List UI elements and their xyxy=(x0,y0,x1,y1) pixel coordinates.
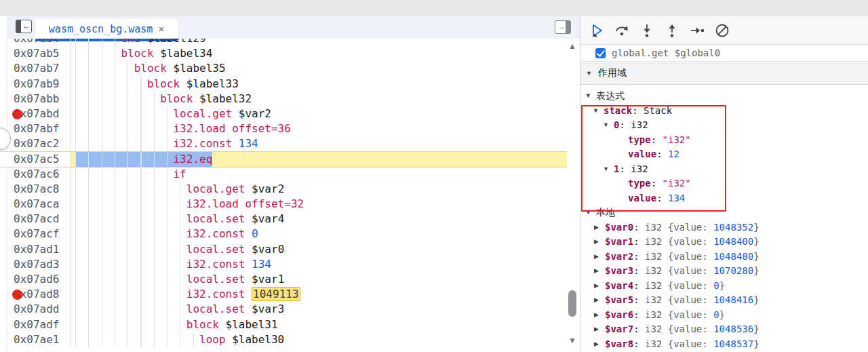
scope-tree-row[interactable]: ▶$var6: i32 {value: 0} xyxy=(580,308,868,323)
breakpoint-marker[interactable] xyxy=(12,109,22,119)
chevron-down-icon[interactable]: ▼ xyxy=(585,89,596,104)
scroll-up-icon[interactable]: ▲ xyxy=(568,41,576,51)
line-address[interactable]: 0x07ab9 xyxy=(0,77,71,92)
scope-tree-row[interactable]: ▶$var8: i32 {value: 1048537} xyxy=(580,337,868,352)
scope-section-header[interactable]: ▼ 作用域 xyxy=(580,62,868,85)
line-address[interactable]: 0x07abd xyxy=(0,106,71,121)
line-address[interactable]: 0x07abf xyxy=(0,121,71,136)
scope-tree-row[interactable]: ▶$var7: i32 {value: 1048536} xyxy=(580,322,868,337)
scope-tree-row[interactable]: ▶$var5: i32 {value: 1048416} xyxy=(580,293,868,308)
line-address[interactable]: 0x07ae1 xyxy=(0,332,71,347)
tab-close-icon[interactable]: × xyxy=(158,23,164,35)
code-line[interactable]: 0x07adfblock $label31 xyxy=(0,317,567,332)
chevron-down-icon[interactable]: ▼ xyxy=(585,206,596,220)
panel-toggle-fill xyxy=(566,21,570,33)
step-button[interactable] xyxy=(689,22,705,39)
code-line-current[interactable]: 0x07ac5i32.eq xyxy=(0,151,567,168)
scope-tree-row[interactable]: ▼0: i32 xyxy=(580,118,868,133)
scope-tree-row[interactable]: type: "i32" xyxy=(580,133,868,148)
scope-tree-row[interactable]: type: "i32" xyxy=(580,176,868,191)
code-line[interactable]: 0x07ae1loop $label30 xyxy=(0,332,567,347)
code-line[interactable]: 0x07ad1local.set $var0 xyxy=(0,242,567,257)
scope-tree-row[interactable]: ▶$var1: i32 {value: 1048400} xyxy=(580,235,868,250)
line-address[interactable]: 0x07ad6 xyxy=(0,272,71,287)
scope-tree-row[interactable]: ▼1: i32 xyxy=(580,162,868,177)
line-address[interactable]: 0x07ac8 xyxy=(0,182,71,197)
navigator-toggle-icon[interactable]: ← xyxy=(16,20,32,33)
instruction: block $label32 xyxy=(71,92,252,106)
scope-tree-row[interactable]: value: 134 xyxy=(580,191,868,206)
tab-wasm-file[interactable]: wasm_oscn_bg.wasm × xyxy=(35,19,178,39)
token-nm: $label129 xyxy=(147,39,206,45)
deactivate-breakpoints-button[interactable] xyxy=(714,22,730,39)
code-line[interactable]: 0x07abdlocal.get $var2 xyxy=(0,106,567,121)
chevron-right-icon[interactable]: ▶ xyxy=(594,322,605,337)
token-key: value xyxy=(628,191,656,206)
scope-tree-row[interactable]: ▶$var0: i32 {value: 1048352} xyxy=(580,220,868,235)
scope-tree-row[interactable]: ▼stack: Stack xyxy=(580,104,868,119)
line-address[interactable]: 0x07ad1 xyxy=(0,242,71,257)
token-gray: i32 {value: xyxy=(645,308,713,323)
code-line[interactable]: 0x07ad6local.set $var1 xyxy=(0,272,567,287)
line-address[interactable]: 0x07ad8 xyxy=(0,287,71,302)
wasm-disassembly-view[interactable]: 0x07ab4end $label1290x07ab5block $label3… xyxy=(0,39,567,352)
chevron-down-icon: ▼ xyxy=(586,70,592,77)
line-address[interactable]: 0x07ad3 xyxy=(0,257,71,272)
chevron-down-icon[interactable]: ▼ xyxy=(593,104,604,119)
code-line[interactable]: 0x07ab7block $label35 xyxy=(0,61,567,76)
instruction: i32.const 1049113 xyxy=(71,287,300,302)
line-address[interactable]: 0x07aca xyxy=(0,197,71,212)
chevron-right-icon[interactable]: ▶ xyxy=(594,235,605,250)
chevron-right-icon[interactable]: ▶ xyxy=(594,220,605,235)
breakpoint-checkbox[interactable] xyxy=(595,48,606,58)
token-gray: i32 {value: xyxy=(645,279,713,294)
line-address[interactable]: 0x07ac6 xyxy=(0,167,71,182)
scrollbar-thumb[interactable] xyxy=(568,290,576,317)
line-address[interactable]: 0x07ac5 xyxy=(0,152,71,167)
step-into-button[interactable] xyxy=(639,22,655,39)
editor-scrollbar[interactable]: ▲ ▼ xyxy=(567,39,578,352)
line-address[interactable]: 0x07add xyxy=(0,302,71,317)
line-address[interactable]: 0x07abb xyxy=(0,92,71,106)
scope-tree-row[interactable]: ▶$var2: i32 {value: 1048480} xyxy=(580,250,868,265)
code-line[interactable]: 0x07ac8local.get $var2 xyxy=(0,182,567,197)
scope-tree-row[interactable]: value: 12 xyxy=(580,147,868,162)
line-address[interactable]: 0x07ab5 xyxy=(0,46,71,61)
chevron-right-icon[interactable]: ▶ xyxy=(594,264,605,279)
step-over-button[interactable] xyxy=(614,22,630,39)
code-line[interactable]: 0x07ab5block $label34 xyxy=(0,46,567,61)
right-panel-toggle-icon[interactable]: → xyxy=(555,20,571,34)
code-line[interactable]: 0x07acai32.load offset=32 xyxy=(0,197,567,212)
code-line[interactable]: 0x07acfi32.const 0 xyxy=(0,227,567,241)
line-address[interactable]: 0x07acf xyxy=(0,227,71,241)
line-address[interactable]: 0x07acd xyxy=(0,212,71,227)
step-out-button[interactable] xyxy=(664,22,680,39)
scope-subsection-表达式[interactable]: ▼表达式 xyxy=(580,89,868,104)
code-line[interactable]: 0x07addlocal.set $var3 xyxy=(0,302,567,317)
chevron-right-icon[interactable]: ▶ xyxy=(594,337,605,352)
chevron-right-icon[interactable]: ▶ xyxy=(594,308,605,323)
code-line[interactable]: 0x07ad3i32.const 134 xyxy=(0,257,567,272)
code-line[interactable]: 0x07abfi32.load offset=36 xyxy=(0,121,567,136)
breakpoint-entry[interactable]: global.get $global0 xyxy=(580,45,868,62)
chevron-right-icon[interactable]: ▶ xyxy=(594,293,605,308)
chevron-down-icon[interactable]: ▼ xyxy=(603,118,614,133)
code-line[interactable]: 0x07ac6if xyxy=(0,167,567,182)
scroll-down-icon[interactable]: ▼ xyxy=(568,336,576,345)
scope-tree-row[interactable]: ▶$var3: i32 {value: 1070280} xyxy=(580,264,868,279)
code-line[interactable]: 0x07ac2i32.const 134 xyxy=(0,136,567,151)
line-address[interactable]: 0x07ab7 xyxy=(0,61,71,76)
code-line[interactable]: 0x07ab4end $label129 xyxy=(0,39,567,46)
scope-subsection-本地[interactable]: ▼本地 xyxy=(580,206,868,220)
code-line[interactable]: 0x07ad8i32.const 1049113 xyxy=(0,287,567,302)
resume-button[interactable] xyxy=(589,22,605,39)
chevron-right-icon[interactable]: ▶ xyxy=(594,279,605,294)
line-address[interactable]: 0x07adf xyxy=(0,317,71,332)
code-line[interactable]: 0x07abbblock $label32 xyxy=(0,92,567,106)
line-address[interactable]: 0x07ab4 xyxy=(0,39,71,46)
scope-tree-row[interactable]: ▶$var4: i32 {value: 0} xyxy=(580,279,868,294)
code-line[interactable]: 0x07ab9block $label33 xyxy=(0,77,567,92)
chevron-right-icon[interactable]: ▶ xyxy=(594,250,605,265)
code-line[interactable]: 0x07acdlocal.set $var4 xyxy=(0,212,567,227)
chevron-down-icon[interactable]: ▼ xyxy=(603,162,614,177)
